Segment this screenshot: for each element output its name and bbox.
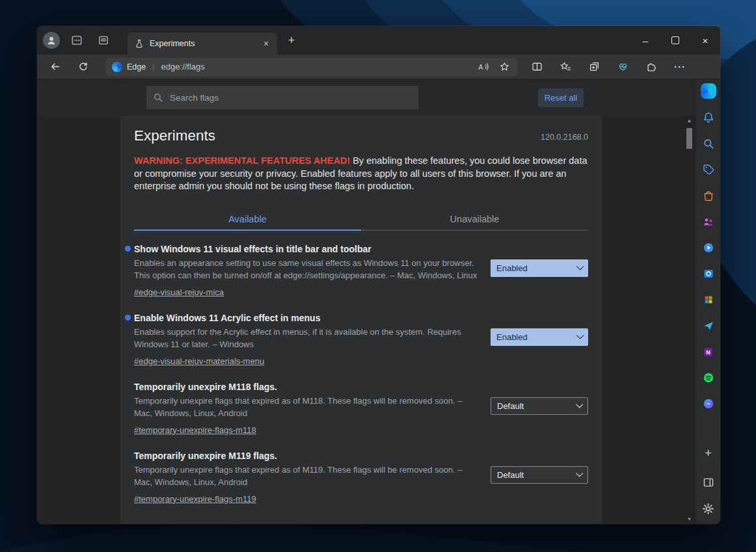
flag-title-row: Temporarily unexpire M119 flags. [134,451,479,461]
flag-dropdown[interactable]: Enabled [491,259,588,277]
flag-row: Temporarily unexpire M118 flags. Tempora… [134,382,588,436]
split-screen-icon[interactable] [528,58,546,76]
close-button[interactable]: × [690,26,720,55]
microsoft-365-icon[interactable] [699,291,718,309]
flag-description: Temporarily unexpire flags that expired … [134,395,479,420]
svg-text:N: N [706,349,710,356]
flask-icon [135,39,144,48]
chevron-down-icon [576,263,584,270]
tab-available[interactable]: Available [134,209,361,231]
flags-page: Experiments 120.0.2168.0 WARNING: EXPERI… [37,116,696,524]
scroll-up-arrow[interactable]: ▲ [685,116,694,125]
chevron-down-icon [576,469,583,477]
chevron-down-icon [576,332,584,339]
browser-window: Experiments × + – × Edge | edge://flags [37,26,720,524]
flag-description: Temporarily unexpire flags that expired … [134,464,479,489]
flag-marker-dot [125,246,131,252]
scrollbar-thumb[interactable] [686,128,692,149]
experimental-warning: WARNING: EXPERIMENTAL FEATURES AHEAD! By… [134,155,588,193]
favorites-star-icon[interactable] [496,59,512,75]
tab-unavailable[interactable]: Unavailable [361,209,588,231]
search-sidebar-icon[interactable] [699,135,718,153]
flag-row: Show Windows 11 visual effects in title … [134,244,588,298]
spotify-icon[interactable] [699,369,718,387]
maximize-icon [671,36,679,44]
maximize-button[interactable] [660,26,690,55]
tab-actions-icon[interactable] [94,31,113,50]
flag-marker-dot [125,315,131,321]
flag-description: Enables support for the Acrylic effect i… [134,326,479,351]
back-button[interactable] [46,58,64,76]
messenger-icon[interactable] [699,395,718,413]
shopping-tag-icon[interactable] [699,161,718,179]
browser-tab-experiments[interactable]: Experiments × [128,33,277,55]
outlook-icon[interactable] [699,265,718,283]
extensions-icon[interactable] [642,58,660,76]
games-icon[interactable] [699,213,718,231]
flags-list: Show Windows 11 visual effects in title … [134,244,588,505]
side-panel-icon[interactable] [699,473,718,492]
flag-row: Enable Windows 11 Acrylic effect in menu… [134,313,588,367]
sidebar-add-icon[interactable]: + [699,444,718,462]
edge-logo-icon [112,62,122,72]
minimize-button[interactable]: – [630,26,660,55]
browser-version: 120.0.2168.0 [541,133,588,144]
refresh-button[interactable] [74,58,92,76]
notifications-bell-icon[interactable] [699,109,718,127]
flag-anchor-link[interactable]: #edge-visual-rejuv-mica [134,287,224,297]
read-aloud-icon[interactable]: A [476,59,491,75]
collections-icon[interactable] [585,58,603,76]
flag-title-row: Show Windows 11 visual effects in title … [125,244,479,254]
flag-row: Temporarily unexpire M119 flags. Tempora… [134,451,588,505]
browser-essentials-icon[interactable] [614,58,632,76]
flag-dropdown[interactable]: Enabled [491,328,588,346]
flag-title-row: Enable Windows 11 Acrylic effect in menu… [125,313,479,323]
profile-avatar[interactable] [43,32,60,49]
play-games-icon[interactable] [699,239,718,257]
settings-more-icon[interactable]: ··· [671,58,689,76]
site-badge-label: Edge [127,62,146,72]
drop-icon[interactable] [699,317,718,335]
flag-dropdown[interactable]: Default [491,466,588,484]
tab-title: Experiments [150,39,260,48]
settings-gear-icon[interactable] [699,499,718,518]
reset-all-button[interactable]: Reset all [538,88,584,107]
flags-search-box[interactable] [146,86,418,109]
search-icon [153,92,163,103]
url-text[interactable]: edge://flags [161,62,470,72]
chevron-down-icon [576,401,583,408]
availability-tabs: Available Unavailable [134,209,588,231]
warning-title: WARNING: EXPERIMENTAL FEATURES AHEAD! [134,155,350,166]
url-divider: | [152,62,154,72]
edge-sidebar: N + [696,79,720,524]
favorites-hub-icon[interactable] [556,58,574,76]
tab-close-icon[interactable]: × [260,38,272,49]
copilot-icon[interactable] [701,83,716,99]
shopping-bag-icon[interactable] [699,187,718,205]
flag-title-row: Temporarily unexpire M118 flags. [134,382,479,392]
flag-anchor-link[interactable]: #temporary-unexpire-flags-m119 [134,494,256,504]
flag-dropdown[interactable]: Default [491,397,588,415]
flags-search-input[interactable] [169,92,412,103]
window-controls: – × [630,26,720,55]
new-tab-button[interactable]: + [282,31,301,49]
flags-content-column: Experiments 120.0.2168.0 WARNING: EXPERI… [120,116,602,524]
address-bar[interactable]: Edge | edge://flags A [105,58,517,76]
flag-description: Enables an appearance setting to use sam… [134,257,479,282]
scroll-down-arrow[interactable]: ▼ [685,514,694,524]
flag-anchor-link[interactable]: #temporary-unexpire-flags-m118 [134,425,256,435]
workspaces-icon[interactable] [67,31,87,50]
tab-strip: Experiments × + – × [37,26,720,55]
flag-anchor-link[interactable]: #edge-visual-rejuv-materials-menu [134,356,264,366]
svg-text:A: A [479,64,483,71]
flags-header-bar: Reset all [37,79,696,116]
content-scrollbar[interactable]: ▲ ▼ [685,116,694,524]
address-toolbar: Edge | edge://flags A [37,55,720,79]
page-title: Experiments [134,127,215,144]
onenote-icon[interactable]: N [699,343,718,361]
